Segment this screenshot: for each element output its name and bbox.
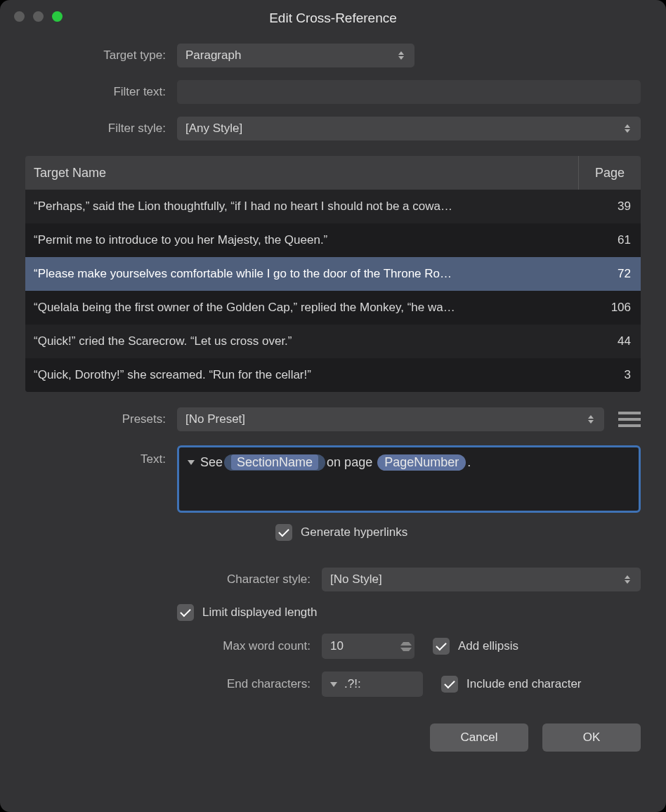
column-page[interactable]: Page — [578, 156, 641, 190]
chevron-down-icon[interactable] — [188, 460, 195, 465]
add-ellipsis-label: Add ellipsis — [458, 639, 518, 653]
target-type-label: Target type: — [25, 48, 177, 63]
text-template-input[interactable]: SeeSectionNameon page PageNumber. — [177, 445, 641, 513]
chevron-down-icon — [330, 682, 337, 687]
page-number-token[interactable]: PageNumber — [377, 454, 466, 471]
filter-text-input[interactable] — [177, 80, 641, 104]
window-title: Edit Cross-Reference — [0, 11, 666, 26]
stepper-icon — [396, 48, 406, 63]
presets-menu-button[interactable] — [618, 408, 641, 431]
table-row[interactable]: “Please make yourselves comfortable whil… — [25, 257, 641, 291]
filter-text-label: Filter text: — [25, 85, 177, 99]
character-style-label: Character style: — [25, 572, 322, 587]
include-end-character-checkbox[interactable] — [441, 676, 458, 693]
end-characters-label: End characters: — [25, 677, 322, 691]
target-name-cell: “Permit me to introduce to you her Majes… — [25, 233, 569, 247]
limit-length-label: Limit displayed length — [202, 605, 317, 620]
target-name-cell: “Quick!” cried the Scarecrow. “Let us cr… — [25, 334, 569, 348]
page-cell: 61 — [569, 233, 641, 247]
titlebar: Edit Cross-Reference — [0, 0, 666, 32]
presets-value: [No Preset] — [185, 412, 586, 426]
stepper-icon — [586, 412, 596, 426]
table-row[interactable]: “Quick!” cried the Scarecrow. “Let us cr… — [25, 325, 641, 358]
close-window-icon[interactable] — [14, 11, 25, 22]
page-cell: 72 — [569, 267, 641, 281]
max-word-count-label: Max word count: — [25, 639, 322, 653]
table-row[interactable]: “Permit me to introduce to you her Majes… — [25, 223, 641, 257]
target-name-cell: “Please make yourselves comfortable whil… — [25, 267, 569, 281]
filter-style-value: [Any Style] — [185, 122, 622, 136]
text-label: Text: — [25, 445, 177, 466]
zoom-window-icon[interactable] — [52, 11, 63, 22]
page-cell: 106 — [569, 301, 641, 315]
filter-style-select[interactable]: [Any Style] — [177, 117, 641, 140]
cancel-button[interactable]: Cancel — [430, 723, 528, 752]
target-name-cell: “Perhaps,” said the Lion thoughtfully, “… — [25, 199, 569, 214]
page-cell: 3 — [569, 368, 641, 382]
section-name-token[interactable]: SectionName — [224, 454, 325, 471]
max-word-count-input[interactable]: 10 — [322, 634, 414, 659]
dialog-window: Edit Cross-Reference Target type: Paragr… — [0, 0, 666, 812]
generate-hyperlinks-checkbox[interactable] — [275, 524, 292, 541]
table-header: Target Name Page — [25, 156, 641, 190]
generate-hyperlinks-label: Generate hyperlinks — [301, 525, 407, 539]
target-name-cell: “Quick, Dorothy!” she screamed. “Run for… — [25, 368, 569, 382]
stepper-icon — [622, 122, 632, 136]
character-style-value: [No Style] — [330, 572, 622, 587]
ok-button[interactable]: OK — [542, 723, 641, 752]
targets-table: Target Name Page “Perhaps,” said the Lio… — [25, 156, 641, 392]
limit-length-checkbox[interactable] — [177, 604, 194, 621]
text-template-content: SeeSectionNameon page PageNumber. — [200, 454, 471, 471]
include-end-character-label: Include end character — [466, 677, 582, 691]
minimize-window-icon[interactable] — [33, 11, 44, 22]
page-cell: 44 — [569, 334, 641, 348]
column-target-name[interactable]: Target Name — [25, 166, 578, 181]
page-cell: 39 — [569, 199, 641, 214]
max-word-count-value: 10 — [330, 639, 344, 653]
character-style-select[interactable]: [No Style] — [322, 568, 641, 591]
end-characters-select[interactable]: .?!: — [322, 672, 423, 697]
presets-select[interactable]: [No Preset] — [177, 407, 604, 431]
table-row[interactable]: “Quick, Dorothy!” she screamed. “Run for… — [25, 358, 641, 392]
add-ellipsis-checkbox[interactable] — [433, 638, 450, 655]
stepper-icon — [622, 572, 632, 587]
table-row[interactable]: “Quelala being the first owner of the Go… — [25, 291, 641, 325]
table-row[interactable]: “Perhaps,” said the Lion thoughtfully, “… — [25, 190, 641, 223]
target-type-value: Paragraph — [185, 48, 396, 63]
target-type-select[interactable]: Paragraph — [177, 44, 414, 67]
stepper-icon[interactable] — [400, 634, 412, 659]
presets-label: Presets: — [25, 412, 177, 426]
filter-style-label: Filter style: — [25, 122, 177, 136]
window-controls — [14, 11, 63, 22]
end-characters-value: .?!: — [344, 677, 361, 691]
target-name-cell: “Quelala being the first owner of the Go… — [25, 301, 569, 315]
hamburger-icon — [618, 412, 641, 414]
